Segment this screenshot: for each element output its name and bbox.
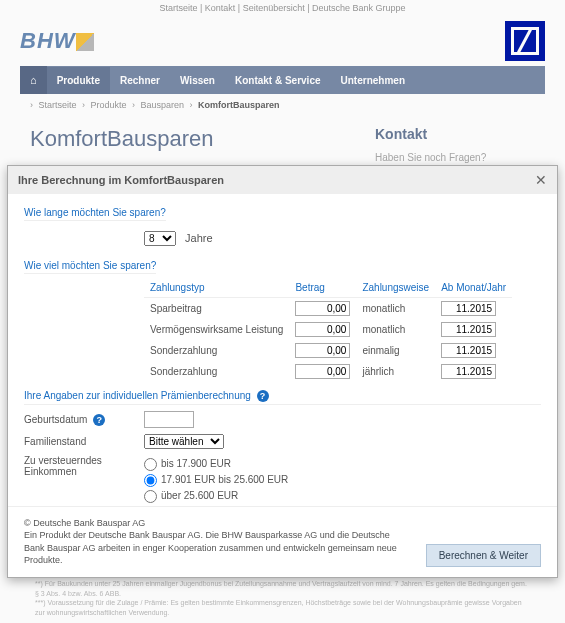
income-option-1[interactable]: bis 17.900 EUR	[144, 458, 288, 471]
section-amount: Wie viel möchten Sie sparen?	[24, 260, 156, 274]
section-duration: Wie lange möchten Sie sparen?	[24, 207, 166, 221]
calculate-button[interactable]: Berechnen & Weiter	[426, 544, 541, 567]
col-type: Zahlungstyp	[144, 278, 289, 298]
modal-copyright: © Deutsche Bank Bauspar AG Ein Produkt d…	[24, 517, 406, 567]
amount-input[interactable]	[295, 322, 350, 337]
info-icon[interactable]: ?	[257, 390, 269, 402]
years-label: Jahre	[185, 232, 213, 244]
amount-input[interactable]	[295, 343, 350, 358]
amount-input[interactable]	[295, 301, 350, 316]
from-input[interactable]	[441, 322, 496, 337]
row-type: Sonderzahlung	[144, 361, 289, 382]
income-option-2[interactable]: 17.901 EUR bis 25.600 EUR	[144, 474, 288, 487]
row-mode: monatlich	[356, 298, 435, 320]
col-amount: Betrag	[289, 278, 356, 298]
calculator-modal: Ihre Berechnung im KomfortBausparen ✕ Wi…	[7, 165, 558, 578]
from-input[interactable]	[441, 343, 496, 358]
from-input[interactable]	[441, 301, 496, 316]
table-row: Sparbeitrag monatlich	[144, 298, 512, 320]
section-premium: Ihre Angaben zur individuellen Prämienbe…	[24, 390, 541, 405]
payments-table: Zahlungstyp Betrag Zahlungsweise Ab Mona…	[144, 278, 512, 382]
row-type: Sonderzahlung	[144, 340, 289, 361]
table-row: Sonderzahlung jährlich	[144, 361, 512, 382]
row-type: Sparbeitrag	[144, 298, 289, 320]
info-icon[interactable]: ?	[93, 414, 105, 426]
col-from: Ab Monat/Jahr	[435, 278, 512, 298]
amount-input[interactable]	[295, 364, 350, 379]
birthdate-input[interactable]	[144, 411, 194, 428]
table-row: Sonderzahlung einmalig	[144, 340, 512, 361]
row-mode: einmalig	[356, 340, 435, 361]
modal-title: Ihre Berechnung im KomfortBausparen	[18, 174, 224, 186]
birthdate-label: Geburtsdatum ?	[24, 414, 144, 426]
famstatus-label: Familienstand	[24, 436, 144, 447]
table-row: Vermögenswirksame Leistung monatlich	[144, 319, 512, 340]
from-input[interactable]	[441, 364, 496, 379]
close-icon[interactable]: ✕	[535, 172, 547, 188]
row-type: Vermögenswirksame Leistung	[144, 319, 289, 340]
col-mode: Zahlungsweise	[356, 278, 435, 298]
income-label: Zu versteuerndes Einkommen	[24, 455, 144, 477]
income-option-3[interactable]: über 25.600 EUR	[144, 490, 288, 503]
famstatus-select[interactable]: Bitte wählen	[144, 434, 224, 449]
years-select[interactable]: 8	[144, 231, 176, 246]
row-mode: jährlich	[356, 361, 435, 382]
row-mode: monatlich	[356, 319, 435, 340]
